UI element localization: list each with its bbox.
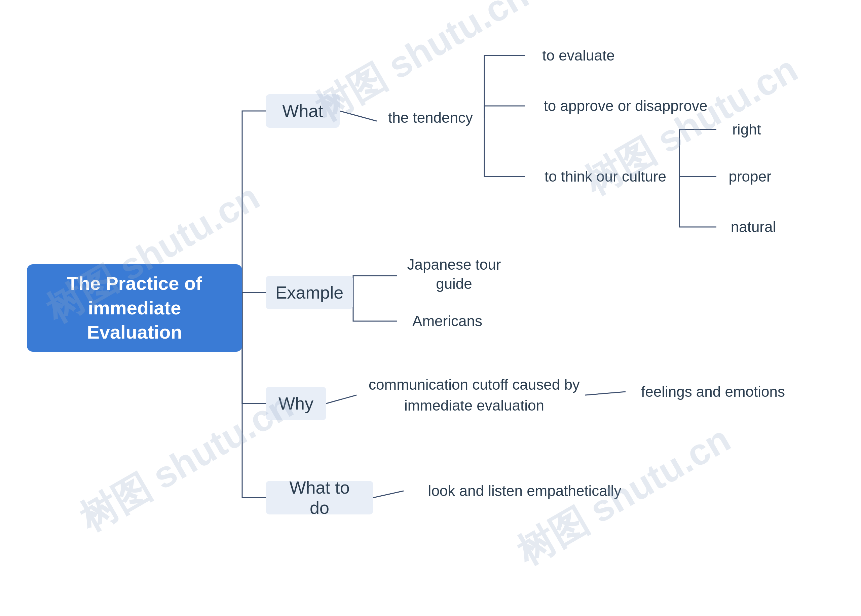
why-label: Why (278, 393, 313, 413)
look-node: look and listen empathetically (404, 478, 646, 504)
communication-label: communication cutoff caused by immediate… (369, 374, 580, 416)
to-think-node: to think our culture (525, 165, 686, 188)
japanese-label: Japanese tour guide (407, 255, 501, 293)
example-label: Example (275, 283, 343, 303)
right-node: right (716, 118, 777, 141)
tendency-label: the tendency (388, 109, 473, 126)
feelings-node: feelings and emotions (625, 380, 800, 404)
natural-label: natural (731, 218, 776, 236)
right-label: right (732, 121, 761, 138)
why-node: Why (266, 387, 326, 420)
root-label: The Practice of immediate Evaluation (47, 271, 222, 345)
to-think-label: to think our culture (545, 168, 666, 185)
feelings-label: feelings and emotions (641, 383, 785, 400)
americans-label: Americans (412, 313, 482, 330)
communication-node: communication cutoff caused by immediate… (357, 377, 592, 413)
what-node: What (266, 94, 340, 128)
what-label: What (282, 101, 323, 121)
americans-node: Americans (397, 310, 498, 333)
to-evaluate-label: to evaluate (542, 47, 614, 64)
proper-label: proper (729, 168, 771, 185)
to-evaluate-node: to evaluate (525, 44, 632, 67)
example-node: Example (266, 276, 353, 310)
mindmap-container: The Practice of immediate Evaluation Wha… (0, 0, 861, 616)
to-approve-label: to approve or disapprove (544, 97, 708, 114)
whattodo-label: What to do (278, 478, 361, 518)
tendency-node: the tendency (377, 104, 484, 131)
japanese-node: Japanese tour guide (397, 256, 511, 292)
proper-node: proper (716, 165, 784, 188)
root-node: The Practice of immediate Evaluation (27, 264, 242, 352)
look-label: look and listen empathetically (428, 482, 622, 499)
to-approve-node: to approve or disapprove (525, 94, 726, 118)
natural-node: natural (716, 215, 790, 239)
whattodo-node: What to do (266, 481, 373, 514)
